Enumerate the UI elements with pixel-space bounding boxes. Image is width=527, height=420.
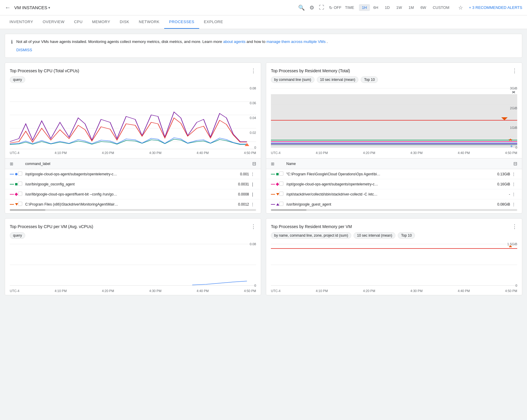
time-label: TIME — [345, 5, 354, 10]
chart3-filter-query[interactable]: query — [10, 232, 25, 239]
legend-name: /usr/bin/google_guest_agent — [286, 202, 486, 206]
time-1w[interactable]: 1W — [393, 4, 405, 11]
tab-network[interactable]: NETWORK — [134, 15, 164, 29]
legend-more[interactable]: ⋮ — [249, 172, 256, 177]
legend-row: /opt/stackdriver/collectd/sbin/stackdriv… — [266, 189, 522, 199]
favorite-button[interactable]: ☆ — [458, 4, 463, 11]
chart2-filter-cmd[interactable]: by command line (sum) — [271, 76, 314, 83]
legend-name: /usr/lib/google-cloud-ops-agent/fluent-b… — [25, 192, 225, 196]
chart4-more-button[interactable]: ⋮ — [512, 223, 517, 230]
chart2-svg: × ★ + — [271, 85, 517, 150]
time-1m[interactable]: 1M — [405, 4, 417, 11]
chart1-canvas — [10, 85, 256, 150]
legend-value: 0.001 — [225, 172, 249, 176]
alerts-button[interactable]: + 3 RECOMMENDED ALERTS — [469, 5, 522, 10]
settings-icon[interactable]: ⚙ — [309, 4, 314, 11]
chart3-canvas — [10, 241, 256, 288]
legend-value: 0.0012 — [225, 202, 249, 206]
time-6w[interactable]: 6W — [417, 4, 429, 11]
legend-row: /opt/google-cloud-ops-agent/subagents/op… — [5, 169, 261, 179]
legend-checkbox[interactable] — [279, 171, 283, 176]
legend-row: C:\Program Files (x86)\Stackdriver\Monit… — [5, 199, 261, 209]
chart1-y-axis: 0.08 0.06 0.04 0.02 0 — [244, 85, 256, 150]
chart2-title: Top Processes by Resident Memory (Total) — [271, 68, 350, 73]
legend-checkbox[interactable] — [18, 192, 22, 196]
expand-icon[interactable]: ⛶ — [319, 4, 324, 11]
chart1-filters: query — [5, 76, 261, 85]
tab-inventory[interactable]: INVENTORY — [5, 15, 38, 29]
tab-memory[interactable]: MEMORY — [87, 15, 115, 29]
dismiss-button[interactable]: DISMISS — [16, 47, 516, 53]
header-icons: 🔍 ⚙ ⛶ ↻ OFF — [298, 4, 341, 11]
legend-row: /usr/bin/google_guest_agent 0.08GiB ⋮ — [266, 199, 522, 209]
legend-more[interactable]: ⋮ — [510, 182, 517, 187]
chart3-filters: query — [5, 232, 261, 241]
chart3-more-button[interactable]: ⋮ — [251, 223, 256, 230]
about-agents-link[interactable]: about agents — [223, 39, 245, 44]
time-6h[interactable]: 6H — [371, 4, 381, 11]
legend-name: "C:\Program Files\Google\Cloud Operation… — [286, 172, 486, 176]
legend-checkbox[interactable] — [18, 171, 22, 176]
legend-more[interactable]: ⋮ — [249, 202, 256, 207]
chart2-x-axis: UTC-4 4:10 PM 4:20 PM 4:30 PM 4:40 PM 4:… — [271, 150, 517, 157]
tab-disk[interactable]: DISK — [115, 15, 134, 29]
legend-indicator — [271, 173, 279, 175]
time-1d[interactable]: 1D — [382, 4, 393, 11]
legend-row: /usr/lib/google-cloud-ops-agent/fluent-b… — [5, 189, 261, 199]
chart2-more-button[interactable]: ⋮ — [512, 68, 517, 74]
time-1h[interactable]: 1H — [359, 4, 370, 11]
legend-columns-icon[interactable]: ⊟ — [252, 161, 256, 166]
refresh-toggle[interactable]: ↻ OFF — [329, 5, 341, 10]
chart3-header: Top Processes by CPU per VM (Avg. vCPUs)… — [5, 219, 261, 232]
legend-grid-icon: ⊞ — [10, 161, 13, 166]
chart2-legend-header: ⊞ Name ⊟ — [266, 158, 522, 169]
chart2-y-axis: 3GiB 2GiB 1GiB 0 — [505, 85, 517, 150]
chart4-area: ★ 1.5GiB 0 UTC-4 4:10 PM 4:20 PM 4:30 PM… — [266, 241, 522, 295]
legend-value: 0.0031 — [225, 182, 249, 186]
title-dropdown-icon[interactable]: ▾ — [48, 6, 50, 10]
legend-columns-icon[interactable]: ⊟ — [513, 161, 517, 166]
chart-memory-total: Top Processes by Resident Memory (Total)… — [266, 62, 522, 214]
page-title: VM INSTANCES ▾ — [14, 5, 50, 10]
legend-checkbox[interactable] — [279, 192, 283, 196]
chart-memory-per-vm: Top Processes by Resident Memory per VM … — [266, 218, 522, 295]
top-header: ← VM INSTANCES ▾ 🔍 ⚙ ⛶ ↻ OFF TIME 1H 6H … — [0, 0, 527, 15]
chart2-header: Top Processes by Resident Memory (Total)… — [266, 63, 522, 76]
chart2-scrollbar[interactable] — [271, 209, 517, 211]
manage-vms-link[interactable]: manage them across multiple VMs — [266, 39, 325, 44]
legend-checkbox[interactable] — [18, 202, 22, 206]
info-banner: ℹ Not all of your VMs have agents instal… — [5, 34, 522, 58]
svg-marker-12 — [271, 94, 517, 148]
chart4-header: Top Processes by Resident Memory per VM … — [266, 219, 522, 232]
legend-more[interactable]: | — [249, 192, 256, 197]
legend-checkbox[interactable] — [279, 202, 283, 206]
back-button[interactable]: ← — [5, 4, 11, 11]
tab-cpu[interactable]: CPU — [69, 15, 87, 29]
chart2-filter-top10[interactable]: Top 10 — [361, 76, 378, 83]
nav-tabs: INVENTORY OVERVIEW CPU MEMORY DISK NETWO… — [0, 15, 527, 29]
search-icon[interactable]: 🔍 — [298, 4, 305, 11]
legend-more[interactable]: ⋮ — [510, 202, 517, 207]
chart1-x-axis: UTC-4 4:10 PM 4:20 PM 4:30 PM 4:40 PM 4:… — [10, 150, 256, 157]
chart2-filter-interval[interactable]: 10 sec interval (mean) — [317, 76, 359, 83]
chart4-filter-top10[interactable]: Top 10 — [398, 232, 415, 239]
legend-more[interactable]: ⋮ — [510, 192, 517, 197]
chart3-x-axis: UTC-4 4:10 PM 4:20 PM 4:30 PM 4:40 PM 4:… — [10, 288, 256, 295]
legend-name: C:\Program Files (x86)\Stackdriver\Monit… — [25, 202, 225, 206]
legend-checkbox[interactable] — [18, 182, 22, 186]
tab-overview[interactable]: OVERVIEW — [38, 15, 69, 29]
tab-explore[interactable]: EXPLORE — [199, 15, 228, 29]
chart1-more-button[interactable]: ⋮ — [251, 68, 256, 74]
chart4-filter-interval[interactable]: 10 sec interval (mean) — [354, 232, 395, 239]
legend-checkbox[interactable] — [279, 182, 283, 186]
legend-more[interactable]: | — [249, 182, 256, 187]
legend-indicator — [271, 203, 279, 206]
tab-processes[interactable]: PROCESSES — [164, 15, 199, 29]
chart4-filter-name[interactable]: by name, command line, zone, project id … — [271, 232, 351, 239]
time-custom[interactable]: CUSTOM — [430, 4, 452, 11]
chart1-scrollbar[interactable] — [10, 209, 256, 211]
legend-more[interactable]: ⋮ — [510, 172, 517, 177]
chart4-canvas: ★ — [271, 241, 517, 288]
chart-cpu-total: Top Processes by CPU (Total vCPUs) ⋮ que… — [5, 62, 261, 214]
chart1-filter-query[interactable]: query — [10, 76, 25, 83]
